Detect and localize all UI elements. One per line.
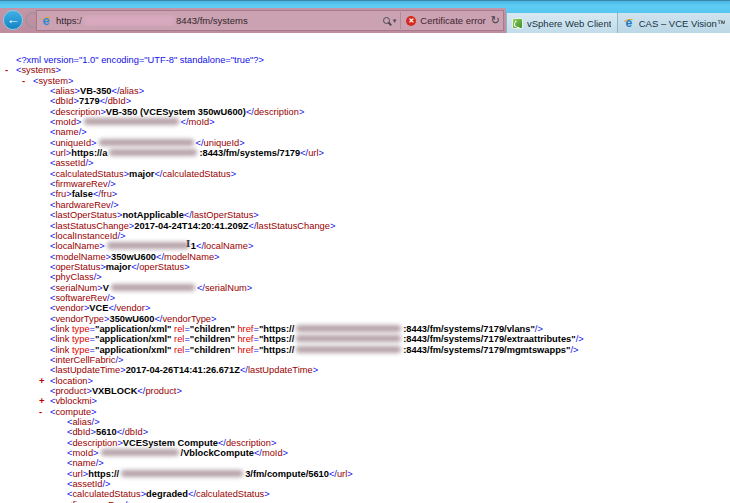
xml-token: assetId [55, 158, 85, 168]
xml-token: 7179 [79, 96, 100, 106]
vsphere-icon [512, 18, 523, 29]
xml-token: type [69, 324, 89, 334]
xml-token: > [271, 438, 276, 448]
xml-token: interCellFabric [55, 355, 115, 365]
search-icon[interactable] [382, 16, 392, 26]
internet-explorer-icon: e [623, 17, 635, 29]
xml-token: product [145, 386, 176, 396]
xml-token: lastUpdateTime [248, 365, 313, 375]
xml-token: serialNum [55, 283, 97, 293]
xml-line: +<vblockmi> [0, 396, 730, 406]
address-bar-controls: ▾ ✕ Certificate error ↻ [382, 12, 501, 29]
xml-token: > [176, 386, 181, 396]
xml-token: description [254, 107, 299, 117]
xml-token: href [235, 324, 254, 334]
xml-token: /> [107, 293, 115, 303]
xml-token: vendor [116, 303, 144, 313]
xml-line: <localInstanceId/> [0, 231, 730, 241]
xml-token: "application/xml" [95, 345, 172, 355]
collapse-icon[interactable]: - [22, 76, 25, 86]
xml-token: description [55, 107, 100, 117]
xml-token: moId [55, 117, 76, 127]
xml-line: <assetId/> [0, 158, 730, 168]
certificate-error-label: Certificate error [420, 15, 485, 26]
xml-token: link [55, 334, 69, 344]
xml-token: </ [249, 221, 257, 231]
redacted-text [121, 470, 243, 477]
redacted-host [83, 15, 175, 26]
xml-token: > [143, 427, 148, 437]
xml-line: <calculatedStatus>major</calculatedStatu… [0, 169, 730, 179]
redacted-text [296, 346, 401, 353]
xml-line: <serialNum>V</serialNum> [0, 283, 730, 293]
refresh-icon[interactable]: ↻ [491, 15, 500, 26]
back-button[interactable]: ← [3, 10, 23, 30]
xml-token: location [55, 376, 87, 386]
xml-token: moId [72, 448, 93, 458]
xml-token: </ [329, 469, 337, 479]
xml-line: <fru>false</fru> [0, 189, 730, 199]
xml-token: fru [55, 189, 66, 199]
address-bar[interactable]: e https:/ 8443/fm/systems ▾ ✕ Certificat… [36, 10, 504, 31]
xml-token: V [103, 283, 109, 293]
xml-token: </ [117, 427, 125, 437]
xml-token: localName [55, 241, 99, 251]
xml-token: > [239, 138, 244, 148]
xml-token: </ [246, 107, 254, 117]
xml-token: > [330, 221, 335, 231]
xml-token: calculatedStatus [55, 169, 123, 179]
tab-vsphere-web-client[interactable]: vSphere Web Client [506, 13, 617, 33]
xml-token: </ [197, 283, 205, 293]
xml-line: <dbId>5610</dbId> [0, 427, 730, 437]
xml-line: <description>VCESystem Compute</descript… [0, 438, 730, 448]
xml-token: > [214, 252, 219, 262]
xml-line: -<system> [0, 76, 730, 86]
browser-window: ← → e https:/ 8443/fm/systems ▾ ✕ Certif… [0, 0, 730, 503]
xml-token: "https:// [259, 324, 294, 334]
chevron-down-icon[interactable]: ▾ [393, 17, 397, 25]
xml-token: :8443/fm/systems/7179/mgmtswapps" [403, 345, 570, 355]
xml-line: +<location> [0, 376, 730, 386]
collapse-icon[interactable]: - [39, 407, 42, 417]
xml-token: > [253, 210, 258, 220]
xml-token: compute [55, 407, 91, 417]
xml-token: </ [131, 262, 139, 272]
tab-cas-vce-vision[interactable]: e CAS – VCE Vision™ Inte [617, 13, 730, 33]
xml-line: <lastOperStatus>notApplicable</lastOperS… [0, 210, 730, 220]
xml-line: <assetId/> [0, 479, 730, 489]
xml-token: > [184, 262, 189, 272]
xml-token: link [55, 345, 69, 355]
xml-token: > [247, 283, 252, 293]
xml-token: /> [570, 345, 578, 355]
xml-token: lastStatusChange [257, 221, 330, 231]
xml-token: alias [120, 86, 139, 96]
expand-icon[interactable]: + [39, 376, 45, 386]
xml-token: "children" [190, 345, 235, 355]
certificate-error-button[interactable]: ✕ Certificate error [400, 12, 490, 29]
xml-token: https:// [88, 469, 119, 479]
redacted-text [99, 139, 194, 146]
xml-line: <alias>VB-350</alias> [0, 86, 730, 96]
xml-token: > [299, 107, 304, 117]
xml-line: <phyClass/> [0, 272, 730, 282]
xml-token: > [145, 303, 150, 313]
collapse-icon[interactable]: - [5, 65, 8, 75]
xml-line: <uniqueId></uniqueId> [0, 138, 730, 148]
xml-line: <url>https://a:8443/fm/systems/7179</url… [0, 148, 730, 158]
xml-token: </ [196, 241, 204, 251]
xml-token: > [264, 489, 269, 499]
xml-token: > [126, 96, 131, 106]
xml-token: /> [115, 355, 123, 365]
xml-line: <?xml version="1.0" encoding="UTF-8" sta… [0, 55, 730, 65]
xml-token: /> [92, 417, 100, 427]
xml-line: -<systems> [0, 65, 730, 75]
xml-token: > [231, 169, 236, 179]
xml-token: operStatus [139, 262, 184, 272]
xml-token: vendorType [55, 314, 104, 324]
xml-token: "application/xml" [95, 324, 172, 334]
xml-token: 5610 [96, 427, 117, 437]
xml-token: serialNum [205, 283, 247, 293]
url-text[interactable]: https:/ 8443/fm/systems [56, 15, 382, 26]
xml-line: <firmwareRev/> [0, 179, 730, 189]
redacted-text [101, 449, 179, 456]
